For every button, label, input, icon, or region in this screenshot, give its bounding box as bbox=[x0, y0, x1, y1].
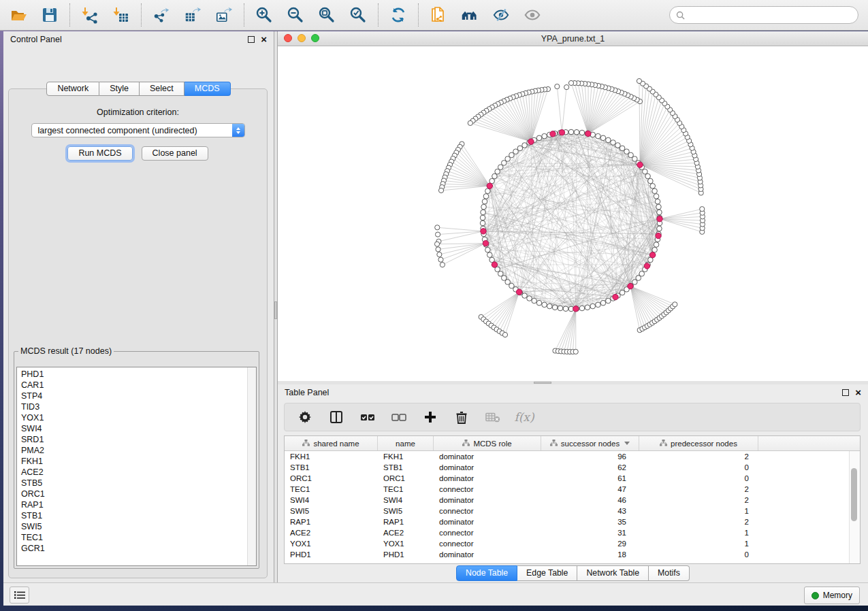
table-cell[interactable]: RAP1 bbox=[378, 518, 434, 526]
import-network-icon[interactable] bbox=[81, 6, 99, 24]
network-node[interactable] bbox=[536, 300, 542, 306]
table-cell[interactable]: dominator bbox=[434, 463, 541, 472]
network-node[interactable] bbox=[657, 226, 662, 231]
network-node[interactable] bbox=[481, 204, 487, 210]
mcds-hub-node[interactable] bbox=[585, 131, 591, 136]
table-cell[interactable]: 43 bbox=[541, 507, 639, 515]
close-panel-button[interactable]: Close panel bbox=[142, 146, 208, 161]
search-network-icon[interactable] bbox=[461, 6, 479, 24]
vertical-splitter-handle[interactable] bbox=[274, 301, 277, 319]
export-table-icon[interactable] bbox=[184, 6, 202, 24]
table-cell[interactable]: 2 bbox=[639, 496, 758, 504]
network-node[interactable] bbox=[435, 225, 440, 230]
mcds-result-node[interactable]: PMA2 bbox=[21, 445, 247, 456]
network-node[interactable] bbox=[487, 252, 492, 258]
task-history-button[interactable] bbox=[10, 587, 29, 604]
network-node[interactable] bbox=[654, 242, 659, 248]
mcds-result-node[interactable]: SWI5 bbox=[21, 521, 247, 532]
table-cell[interactable]: 47 bbox=[541, 485, 639, 493]
import-table-icon[interactable] bbox=[112, 6, 130, 24]
table-cell[interactable]: SWI4 bbox=[378, 496, 434, 504]
table-cell[interactable]: 2 bbox=[639, 452, 758, 461]
network-node[interactable] bbox=[615, 143, 621, 148]
mcds-result-node[interactable]: SWI4 bbox=[21, 423, 247, 434]
mcds-hub-node[interactable] bbox=[516, 289, 521, 295]
network-node[interactable] bbox=[590, 303, 596, 309]
network-node[interactable] bbox=[438, 188, 443, 193]
table-row[interactable]: SWI4SWI4dominator462 bbox=[285, 495, 860, 506]
tab-edge-table[interactable]: Edge Table bbox=[517, 565, 577, 581]
network-node[interactable] bbox=[480, 220, 485, 226]
table-cell[interactable]: connector bbox=[434, 529, 541, 537]
column-header-successor-nodes[interactable]: successor nodes bbox=[541, 436, 639, 450]
network-node[interactable] bbox=[522, 143, 528, 148]
table-cell[interactable]: dominator bbox=[434, 518, 541, 526]
network-node[interactable] bbox=[637, 78, 641, 83]
table-cell[interactable]: 61 bbox=[541, 474, 639, 482]
column-header-predecessor-nodes[interactable]: predecessor nodes bbox=[639, 436, 758, 450]
mcds-result-node[interactable]: FKH1 bbox=[21, 456, 247, 467]
network-node[interactable] bbox=[652, 247, 658, 252]
refresh-view-icon[interactable] bbox=[389, 6, 407, 24]
network-node[interactable] bbox=[579, 306, 585, 311]
mcds-result-node[interactable]: TID3 bbox=[21, 401, 247, 412]
column-header-shared-name[interactable]: shared name bbox=[285, 436, 378, 450]
network-node[interactable] bbox=[536, 135, 542, 141]
table-row[interactable]: TEC1TEC1connector472 bbox=[285, 484, 860, 495]
table-cell[interactable]: 96 bbox=[541, 452, 639, 461]
mcds-hub-node[interactable] bbox=[644, 263, 649, 269]
network-node[interactable] bbox=[611, 140, 616, 146]
table-cell[interactable]: 35 bbox=[541, 518, 639, 526]
table-cell[interactable]: TEC1 bbox=[378, 485, 434, 493]
table-cell[interactable]: dominator bbox=[434, 452, 541, 461]
export-network-icon[interactable] bbox=[152, 6, 170, 24]
table-scrollbar-thumb[interactable] bbox=[851, 468, 857, 521]
table-scrollbar[interactable] bbox=[849, 451, 860, 563]
network-node[interactable] bbox=[438, 257, 443, 262]
table-cell[interactable]: ACE2 bbox=[285, 529, 378, 537]
tab-node-table[interactable]: Node Table bbox=[456, 565, 517, 581]
table-cell[interactable]: 62 bbox=[541, 463, 639, 472]
table-cell[interactable]: 2 bbox=[639, 485, 758, 493]
table-row[interactable]: ACE2ACE2connector311 bbox=[285, 527, 860, 538]
mcds-result-node[interactable]: TEC1 bbox=[21, 532, 247, 543]
network-node[interactable] bbox=[673, 302, 677, 307]
network-node[interactable] bbox=[606, 298, 611, 303]
mcds-result-node[interactable]: GCR1 bbox=[21, 543, 247, 554]
open-file-icon[interactable] bbox=[10, 6, 27, 24]
tab-style[interactable]: Style bbox=[99, 82, 140, 96]
add-column-icon[interactable] bbox=[423, 410, 438, 425]
delete-column-icon[interactable] bbox=[454, 410, 469, 425]
network-node[interactable] bbox=[436, 247, 440, 252]
network-node[interactable] bbox=[564, 85, 569, 90]
table-row[interactable]: PHD1PHD1dominator180 bbox=[285, 549, 860, 560]
network-node[interactable] bbox=[542, 133, 547, 139]
network-node[interactable] bbox=[654, 194, 659, 199]
search-input[interactable] bbox=[688, 10, 852, 20]
settings-icon[interactable] bbox=[298, 410, 312, 425]
hide-selected-icon[interactable] bbox=[492, 6, 510, 24]
select-all-icon[interactable] bbox=[360, 410, 375, 425]
mcds-hub-node[interactable] bbox=[528, 139, 534, 144]
mcds-hub-node[interactable] bbox=[550, 131, 556, 137]
network-node[interactable] bbox=[652, 188, 658, 194]
table-cell[interactable]: 0 bbox=[639, 474, 758, 482]
network-node[interactable] bbox=[563, 306, 568, 312]
export-image-icon[interactable] bbox=[215, 6, 233, 24]
network-node[interactable] bbox=[483, 194, 489, 199]
network-node[interactable] bbox=[527, 296, 532, 301]
table-row[interactable]: STB1STB1dominator620 bbox=[285, 462, 860, 473]
network-node[interactable] bbox=[650, 184, 656, 189]
mcds-result-node[interactable]: SRD1 bbox=[21, 434, 247, 445]
network-node[interactable] bbox=[596, 302, 601, 308]
network-node[interactable] bbox=[495, 169, 500, 174]
run-mcds-button[interactable]: Run MCDS bbox=[67, 146, 132, 161]
network-canvas[interactable] bbox=[278, 46, 868, 381]
mcds-hub-node[interactable] bbox=[613, 294, 618, 299]
deselect-all-icon[interactable] bbox=[391, 410, 406, 425]
network-node[interactable] bbox=[498, 271, 503, 277]
mcds-result-node[interactable]: YOX1 bbox=[21, 412, 247, 423]
network-node[interactable] bbox=[481, 210, 486, 215]
network-node[interactable] bbox=[555, 84, 560, 88]
network-node[interactable] bbox=[502, 332, 507, 337]
